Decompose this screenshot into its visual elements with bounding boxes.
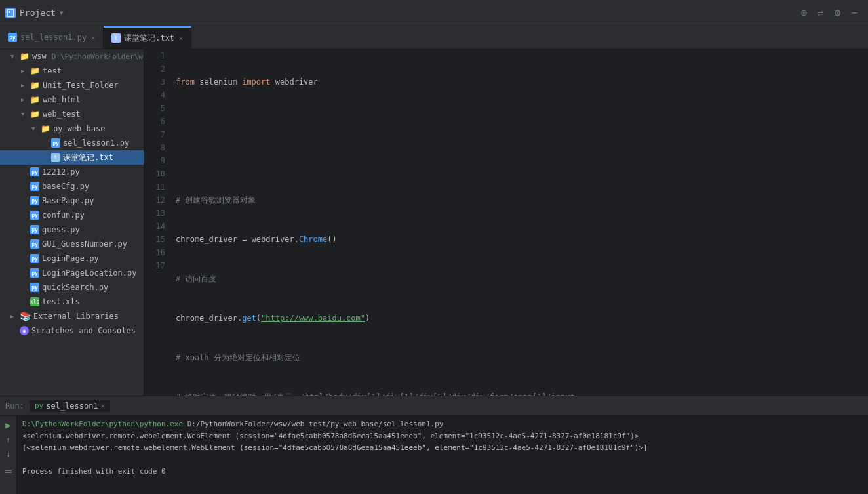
arrow-ext-libs: ▶ bbox=[10, 313, 17, 319]
sidebar-item-wsw[interactable]: ▼ 📁 wsw D:\PythonWorkFolder\wsw bbox=[0, 49, 144, 64]
run-stop-button[interactable] bbox=[2, 464, 15, 478]
run-label: Run: bbox=[5, 401, 24, 411]
arrow-unit: ▶ bbox=[21, 82, 28, 89]
py-icon-guess: py bbox=[30, 225, 39, 234]
toolbar-icons: ⊕ ⇌ ⚙ − bbox=[800, 7, 863, 19]
run-tab-py-icon: py bbox=[35, 401, 43, 410]
run-output: D:\PythonWorkFolder\python\python.exe D:… bbox=[17, 416, 868, 494]
sidebar-label-wsw: wsw bbox=[32, 52, 47, 61]
run-tab-label: sel_lesson1 bbox=[46, 401, 98, 411]
tab-notes[interactable]: t 课堂笔记.txt ✕ bbox=[104, 26, 191, 49]
globe-icon[interactable]: ⊕ bbox=[800, 7, 807, 19]
top-bar: Project ▼ ⊕ ⇌ ⚙ − bbox=[0, 0, 868, 26]
sidebar-label-confun: confun.py bbox=[42, 211, 85, 220]
sidebar-label-scratches: Scratches and Consoles bbox=[31, 326, 136, 335]
arrow-web-test: ▼ bbox=[21, 111, 28, 117]
sidebar-item-notes[interactable]: ▶ t 课堂笔记.txt bbox=[0, 150, 144, 165]
arrow-py-web-base: ▼ bbox=[31, 125, 38, 132]
output-line-2: <selenium.webdriver.remote.webelement.We… bbox=[22, 430, 863, 442]
run-tab-sel-lesson1[interactable]: py sel_lesson1 ✕ bbox=[30, 400, 110, 412]
py-icon-quicksearch: py bbox=[30, 283, 39, 292]
editor-area[interactable]: 12345 678910 1112131415 1617 from seleni… bbox=[144, 49, 868, 396]
sidebar-item-py-web-base[interactable]: ▼ 📁 py_web_base bbox=[0, 121, 144, 136]
project-label: Project bbox=[20, 8, 56, 18]
code-line-3 bbox=[176, 154, 863, 167]
sidebar-label-sel-lesson1: sel_lesson1.py bbox=[63, 138, 129, 148]
code-line-1: from selenium import webdriver bbox=[176, 75, 863, 89]
folder-icon-wsw: 📁 bbox=[20, 52, 30, 61]
folder-icon-web-test: 📁 bbox=[30, 110, 40, 119]
sidebar-item-unit-test-folder[interactable]: ▶ 📁 Unit_Test_Folder bbox=[0, 78, 144, 93]
sidebar-item-scratches[interactable]: ▶ ◉ Scratches and Consoles bbox=[0, 323, 144, 338]
py-icon-confun: py bbox=[30, 211, 39, 220]
sidebar-label-test: test bbox=[43, 66, 62, 75]
sidebar-item-web-html[interactable]: ▶ 📁 web_html bbox=[0, 93, 144, 107]
sidebar-item-ext-libs[interactable]: ▶ 📚 External Libraries bbox=[0, 309, 144, 323]
tab-label-notes: 课堂笔记.txt bbox=[124, 33, 174, 44]
sidebar-item-quicksearch[interactable]: ▶ py quickSearch.py bbox=[0, 280, 144, 295]
code-container[interactable]: 12345 678910 1112131415 1617 from seleni… bbox=[144, 49, 868, 396]
project-icon bbox=[5, 8, 16, 18]
py-file-icon: py bbox=[8, 33, 17, 42]
line-numbers: 12345 678910 1112131415 1617 bbox=[144, 49, 170, 396]
sidebar-item-basecfg[interactable]: ▶ py baseCfg.py bbox=[0, 179, 144, 194]
main-content: ▼ 📁 wsw D:\PythonWorkFolder\wsw ▶ 📁 test… bbox=[0, 49, 868, 396]
sidebar-item-test[interactable]: ▶ 📁 test bbox=[0, 64, 144, 78]
project-title-area: Project ▼ bbox=[5, 8, 136, 18]
minimize-icon[interactable]: − bbox=[851, 7, 858, 19]
py-icon-basepage: py bbox=[30, 196, 39, 205]
run-tab-close[interactable]: ✕ bbox=[101, 402, 105, 409]
project-dropdown-arrow[interactable]: ▼ bbox=[60, 9, 64, 16]
xls-icon-testxls: xls bbox=[30, 297, 39, 306]
run-down-button[interactable]: ↓ bbox=[2, 447, 15, 461]
sidebar-item-loginpageloc[interactable]: ▶ py LoginPageLocation.py bbox=[0, 266, 144, 280]
svg-rect-2 bbox=[5, 470, 12, 471]
sidebar-item-testxls[interactable]: ▶ xls test.xls bbox=[0, 295, 144, 309]
folder-icon-test: 📁 bbox=[30, 66, 40, 75]
sidebar-label-guess: guess.py bbox=[42, 225, 80, 234]
py-icon-12212: py bbox=[30, 167, 39, 176]
sidebar-item-basepage[interactable]: ▶ py BasePage.py bbox=[0, 194, 144, 208]
sidebar: ▼ 📁 wsw D:\PythonWorkFolder\wsw ▶ 📁 test… bbox=[0, 49, 144, 396]
py-icon-sel-lesson1: py bbox=[51, 138, 60, 148]
py-icon-gui-guess: py bbox=[30, 239, 39, 249]
sidebar-item-gui-guess[interactable]: ▶ py GUI_GuessNumber.py bbox=[0, 237, 144, 251]
sidebar-label-unit: Unit_Test_Folder bbox=[43, 81, 119, 90]
sidebar-path-wsw: D:\PythonWorkFolder\wsw bbox=[52, 52, 144, 61]
sidebar-item-sel-lesson1[interactable]: ▶ py sel_lesson1.py bbox=[0, 136, 144, 150]
output-line-5: Process finished with exit code 0 bbox=[22, 466, 863, 478]
run-play-button[interactable]: ▶ bbox=[2, 419, 15, 432]
sidebar-label-ext-libs: External Libraries bbox=[33, 312, 119, 321]
sidebar-item-12212[interactable]: ▶ py 12212.py bbox=[0, 165, 144, 179]
py-icon-basecfg: py bbox=[30, 182, 39, 191]
code-editor[interactable]: from selenium import webdriver # 创建谷歌浏览器… bbox=[170, 49, 868, 396]
sidebar-label-gui-guess: GUI_GuessNumber.py bbox=[42, 239, 127, 249]
sidebar-item-loginpage[interactable]: ▶ py LoginPage.py bbox=[0, 251, 144, 266]
sidebar-label-py-web-base: py_web_base bbox=[53, 124, 105, 133]
sidebar-label-basecfg: baseCfg.py bbox=[42, 182, 89, 191]
run-up-button[interactable]: ↑ bbox=[2, 433, 15, 446]
sidebar-label-web-html: web_html bbox=[43, 95, 81, 104]
tabs-row: py sel_lesson1.py ✕ t 课堂笔记.txt ✕ bbox=[0, 26, 868, 49]
py-icon-loginpageloc: py bbox=[30, 268, 39, 278]
tab-sel-lesson1[interactable]: py sel_lesson1.py ✕ bbox=[0, 26, 104, 49]
sidebar-item-guess[interactable]: ▶ py guess.py bbox=[0, 222, 144, 237]
code-line-6: # 访问百度 bbox=[176, 272, 863, 285]
txt-icon-notes: t bbox=[51, 153, 60, 162]
run-controls: ▶ ↑ ↓ bbox=[0, 416, 17, 494]
gear-icon[interactable]: ⚙ bbox=[835, 7, 841, 19]
sidebar-label-quicksearch: quickSearch.py bbox=[42, 283, 108, 292]
tab-close-notes[interactable]: ✕ bbox=[179, 35, 183, 42]
sidebar-label-web-test: web_test bbox=[43, 110, 81, 119]
arrow-wsw: ▼ bbox=[10, 53, 17, 60]
tab-close-sel-lesson1[interactable]: ✕ bbox=[91, 34, 95, 41]
split-icon[interactable]: ⇌ bbox=[818, 7, 824, 19]
output-line-3: [<selenium.webdriver.remote.webelement.W… bbox=[22, 442, 863, 454]
code-line-2 bbox=[176, 115, 863, 128]
run-output-area: ▶ ↑ ↓ D:\PythonWorkFolder\python\python.… bbox=[0, 416, 868, 494]
output-line-1: D:\PythonWorkFolder\python\python.exe D:… bbox=[22, 419, 863, 430]
py-icon-loginpage: py bbox=[30, 254, 39, 263]
sidebar-item-web-test[interactable]: ▼ 📁 web_test bbox=[0, 107, 144, 121]
folder-icon-unit: 📁 bbox=[30, 81, 40, 90]
sidebar-item-confun[interactable]: ▶ py confun.py bbox=[0, 208, 144, 222]
